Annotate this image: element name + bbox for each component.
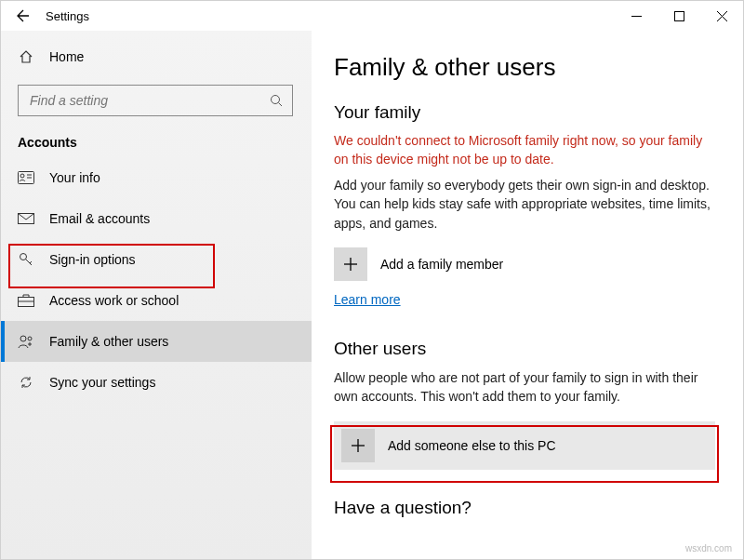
sidebar-section-title: Accounts <box>1 129 312 157</box>
svg-line-3 <box>279 103 283 107</box>
home-label: Home <box>49 49 84 64</box>
family-section-title: Your family <box>334 102 715 123</box>
window-title: Settings <box>46 9 89 23</box>
sidebar-item-your-info[interactable]: Your info <box>1 157 312 198</box>
content-pane: Family & other users Your family We coul… <box>312 31 743 559</box>
window-controls <box>615 1 743 31</box>
search-box[interactable] <box>18 85 293 116</box>
add-other-user-label: Add someone else to this PC <box>388 438 556 453</box>
sidebar-item-label: Sync your settings <box>49 375 155 390</box>
sidebar: Home Accounts Your info <box>1 31 312 559</box>
question-section-title: Have a question? <box>334 498 715 518</box>
learn-more-link[interactable]: Learn more <box>334 292 401 307</box>
svg-point-9 <box>20 254 27 260</box>
family-error-text: We couldn't connect to Microsoft family … <box>334 132 715 168</box>
titlebar: Settings <box>1 1 743 31</box>
sidebar-item-signin-options[interactable]: Sign-in options <box>1 239 312 280</box>
svg-point-5 <box>20 174 24 178</box>
arrow-left-icon <box>16 8 31 23</box>
svg-rect-1 <box>674 11 684 20</box>
back-button[interactable] <box>10 8 36 23</box>
person-card-icon <box>18 171 34 184</box>
plus-icon <box>341 429 375 462</box>
close-icon <box>717 11 727 21</box>
people-icon <box>18 334 34 349</box>
plus-icon <box>334 247 367 281</box>
sidebar-item-email-accounts[interactable]: Email & accounts <box>1 198 312 239</box>
other-users-section-title: Other users <box>334 339 715 359</box>
svg-line-11 <box>30 261 32 263</box>
sidebar-item-label: Your info <box>49 170 100 185</box>
sidebar-item-label: Access work or school <box>49 293 179 308</box>
maximize-button[interactable] <box>658 1 700 31</box>
key-icon <box>18 251 34 268</box>
page-title: Family & other users <box>334 53 715 82</box>
minimize-icon <box>631 11 642 21</box>
sidebar-item-access-work-school[interactable]: Access work or school <box>1 280 312 321</box>
sidebar-nav-list: Your info Email & accounts Sign-in optio… <box>1 157 312 403</box>
sidebar-item-label: Sign-in options <box>49 252 136 267</box>
search-input[interactable] <box>28 92 270 109</box>
sidebar-item-label: Family & other users <box>49 334 168 349</box>
sidebar-item-sync-settings[interactable]: Sync your settings <box>1 362 312 403</box>
maximize-icon <box>674 11 684 21</box>
home-nav[interactable]: Home <box>1 38 312 75</box>
other-users-description: Allow people who are not part of your fa… <box>334 368 715 407</box>
svg-point-15 <box>28 337 32 340</box>
minimize-button[interactable] <box>615 1 658 31</box>
home-icon <box>18 49 34 64</box>
settings-window: Settings Home <box>0 0 744 560</box>
mail-icon <box>18 213 34 224</box>
svg-point-14 <box>20 336 26 341</box>
family-description: Add your family so everybody gets their … <box>334 176 715 233</box>
briefcase-icon <box>18 294 34 307</box>
sidebar-item-label: Email & accounts <box>49 211 150 226</box>
sidebar-item-family-other-users[interactable]: Family & other users <box>1 321 312 362</box>
svg-point-2 <box>272 96 280 104</box>
add-family-member-label: Add a family member <box>380 257 503 272</box>
sync-icon <box>18 375 34 390</box>
add-other-user-row[interactable]: Add someone else to this PC <box>334 421 715 470</box>
add-family-member-row[interactable]: Add a family member <box>334 247 715 281</box>
close-button[interactable] <box>700 1 743 31</box>
watermark: wsxdn.com <box>685 543 732 553</box>
search-icon <box>270 94 283 107</box>
